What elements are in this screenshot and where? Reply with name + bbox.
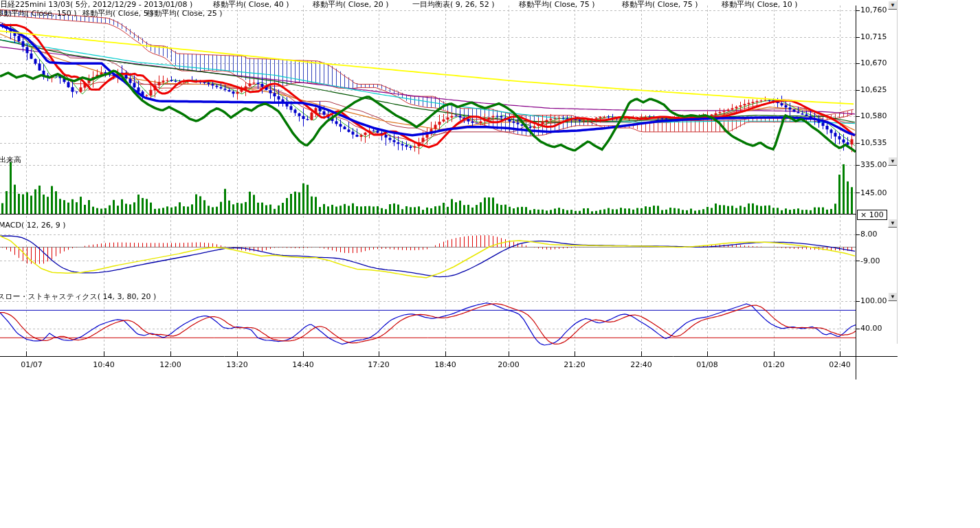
indicator-label-ma40: 移動平均( Close, 40 ) — [213, 0, 289, 9]
macd-panel-label: MACD( 12, 26, 9 ) — [0, 221, 66, 230]
chevron-down-icon: ▼ — [890, 2, 895, 8]
volume-tick-145: 145.00 — [860, 188, 887, 197]
time-tick-1320: 13:20 — [222, 360, 252, 369]
time-tick-0107: 01/07 — [16, 360, 47, 369]
indicator-label-ma75a: 移動平均( Close, 75 ) — [519, 0, 595, 9]
price-tick-10535: 10,535 — [860, 138, 887, 147]
time-tick-0120: 01:20 — [759, 360, 789, 369]
indicator-label-ma20: 移動平均( Close, 20 ) — [313, 0, 389, 9]
time-tick-2240: 22:40 — [626, 360, 656, 369]
volume-tick-335: 335.00 — [860, 160, 887, 169]
time-tick-1720: 17:20 — [364, 360, 394, 369]
indicator-label-ma25: 移動平均( Close, 25 ) — [146, 9, 223, 18]
macd-tick-neg9: -9.00 — [860, 256, 880, 265]
price-tick-10760: 10,760 — [860, 6, 887, 14]
stoch-panel-label: スロー・ストキャスティクス( 14, 3, 80, 20 ) — [0, 292, 156, 302]
time-tick-2120: 21:20 — [559, 360, 590, 369]
chevron-down-icon: ▼ — [890, 220, 895, 226]
indicator-label-ma150: 移動平均( Close, 150 ) — [0, 9, 77, 18]
time-tick-1200: 12:00 — [155, 360, 186, 369]
macd-tick-8: 8.00 — [860, 230, 878, 239]
price-tick-10715: 10,715 — [860, 32, 887, 41]
price-tick-10670: 10,670 — [860, 58, 887, 67]
indicator-label-ma75b: 移動平均( Close, 75 ) — [622, 0, 698, 9]
macd-panel-collapse-button[interactable]: ▼ — [888, 219, 898, 228]
chart-application-window: { "header": { "row1": [ {"x": 0, "label"… — [0, 0, 980, 528]
time-tick-1040: 10:40 — [89, 360, 119, 369]
volume-multiplier-badge: × 100 — [857, 210, 887, 220]
chart-plot-canvas[interactable] — [0, 0, 900, 385]
volume-panel-label: 出来高 — [0, 155, 21, 165]
time-tick-0108: 01/08 — [692, 360, 722, 369]
time-tick-1440: 14:40 — [288, 360, 318, 369]
volume-panel-collapse-button[interactable]: ▼ — [888, 157, 898, 166]
symbol-period-label: 日経225mini 13/03( 5分, 2012/12/29 - 2013/0… — [0, 0, 192, 9]
chevron-down-icon: ▼ — [890, 158, 895, 164]
stoch-tick-100: 100.00 — [860, 296, 887, 305]
stoch-panel-collapse-button[interactable]: ▼ — [888, 292, 898, 301]
stoch-tick-40: 40.00 — [860, 324, 882, 333]
chevron-down-icon: ▼ — [890, 294, 895, 300]
right-edge-divider — [897, 0, 898, 344]
price-tick-10580: 10,580 — [860, 111, 887, 120]
price-panel-collapse-button[interactable]: ▼ — [888, 1, 898, 10]
time-tick-1840: 18:40 — [430, 360, 460, 369]
indicator-label-ichimoku: 一目均衡表( 9, 26, 52 ) — [412, 0, 495, 9]
time-tick-0240: 02:40 — [825, 360, 855, 369]
time-tick-2000: 20:00 — [493, 360, 524, 369]
indicator-label-ma5: 移動平均( Close, 5 ) — [82, 9, 154, 18]
price-tick-10625: 10,625 — [860, 85, 887, 94]
indicator-label-ma10: 移動平均( Close, 10 ) — [722, 0, 798, 9]
